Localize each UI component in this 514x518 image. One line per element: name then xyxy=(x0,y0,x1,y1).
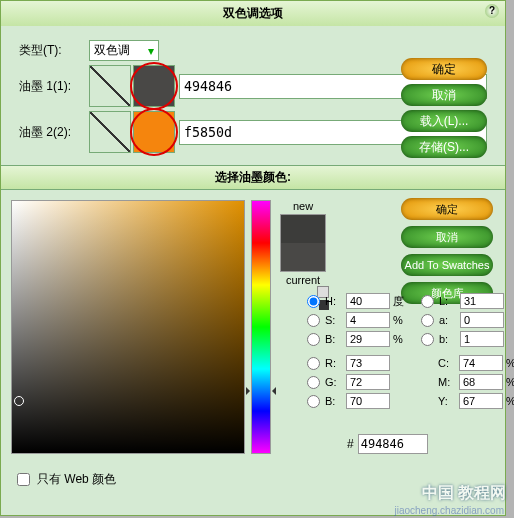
a-radio[interactable] xyxy=(421,314,434,327)
hash-label: # xyxy=(347,437,354,451)
highlight-ring-icon xyxy=(130,108,178,156)
b2-input[interactable] xyxy=(460,331,504,347)
new-color xyxy=(281,215,325,243)
g-input[interactable] xyxy=(346,374,390,390)
c-input[interactable] xyxy=(459,355,503,371)
ink1-swatch[interactable] xyxy=(133,65,175,107)
type-label: 类型(T): xyxy=(19,42,89,59)
ink2-label: 油墨 2(2): xyxy=(19,124,89,141)
help-icon[interactable]: ? xyxy=(485,4,499,18)
current-label: current xyxy=(277,274,329,286)
new-current-swatch[interactable] xyxy=(280,214,326,272)
ink1-label: 油墨 1(1): xyxy=(19,78,89,95)
web-colors-label: 只有 Web 颜色 xyxy=(37,471,116,488)
type-select[interactable]: 双色调 ▾ xyxy=(89,40,159,61)
h-radio[interactable] xyxy=(307,295,320,308)
y-input[interactable] xyxy=(459,393,503,409)
chevron-down-icon: ▾ xyxy=(148,44,154,58)
highlight-ring-icon xyxy=(130,62,178,110)
title-bar: 双色调选项 ? xyxy=(1,1,505,26)
cancel-button[interactable]: 取消 xyxy=(401,84,487,106)
bv-radio[interactable] xyxy=(307,333,320,346)
color-cursor-icon xyxy=(14,396,24,406)
hex-input[interactable] xyxy=(358,434,428,454)
watermark-url: jiaocheng.chazidian.com xyxy=(394,505,504,516)
load-button[interactable]: 载入(L)... xyxy=(401,110,487,132)
color-field[interactable] xyxy=(11,200,245,454)
h-input[interactable] xyxy=(346,293,390,309)
s-input[interactable] xyxy=(346,312,390,328)
s-radio[interactable] xyxy=(307,314,320,327)
ok-button[interactable]: 确定 xyxy=(401,58,487,80)
l-radio[interactable] xyxy=(421,295,434,308)
b-radio[interactable] xyxy=(307,395,320,408)
hue-slider[interactable] xyxy=(251,200,271,454)
web-colors-checkbox[interactable] xyxy=(17,473,30,486)
add-swatch-button[interactable]: Add To Swatches xyxy=(401,254,493,276)
ink2-swatch[interactable] xyxy=(133,111,175,153)
ink2-curve[interactable] xyxy=(89,111,131,153)
picker-title: 选择油墨颜色: xyxy=(1,165,505,190)
g-radio[interactable] xyxy=(307,376,320,389)
picker-ok-button[interactable]: 确定 xyxy=(401,198,493,220)
r-input[interactable] xyxy=(346,355,390,371)
b-input[interactable] xyxy=(346,393,390,409)
watermark-big: 中国 教程网 xyxy=(422,483,506,504)
bv-input[interactable] xyxy=(346,331,390,347)
ink1-curve[interactable] xyxy=(89,65,131,107)
current-color xyxy=(281,243,325,271)
save-button[interactable]: 存储(S)... xyxy=(401,136,487,158)
r-radio[interactable] xyxy=(307,357,320,370)
new-label: new xyxy=(277,200,329,212)
l-input[interactable] xyxy=(460,293,504,309)
b2-radio[interactable] xyxy=(421,333,434,346)
m-input[interactable] xyxy=(459,374,503,390)
picker-cancel-button[interactable]: 取消 xyxy=(401,226,493,248)
a-input[interactable] xyxy=(460,312,504,328)
dialog-title: 双色调选项 xyxy=(223,6,283,20)
